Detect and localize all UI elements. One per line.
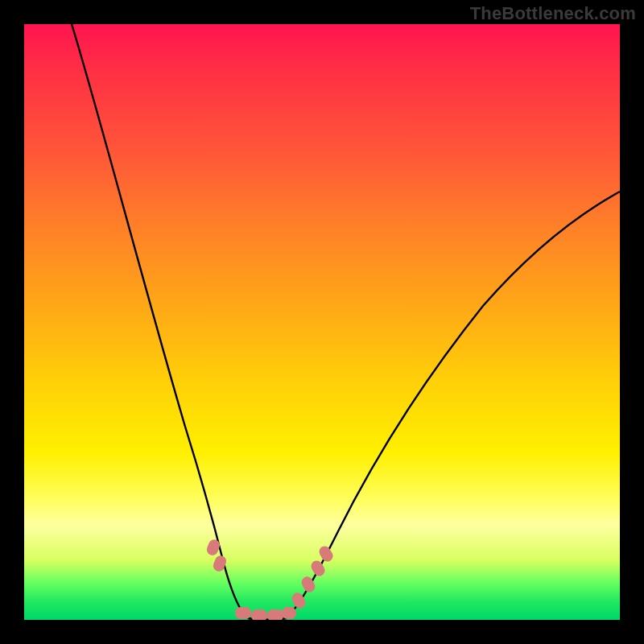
chart-frame: TheBottleneck.com <box>0 0 644 644</box>
svg-rect-9 <box>317 544 335 564</box>
plot-area <box>24 24 620 620</box>
svg-rect-3 <box>251 609 267 620</box>
svg-rect-4 <box>267 609 283 620</box>
watermark-text: TheBottleneck.com <box>470 3 636 24</box>
svg-rect-2 <box>235 607 251 619</box>
svg-rect-0 <box>205 538 221 557</box>
bottleneck-curve <box>24 24 620 620</box>
right-branch-path <box>287 192 620 618</box>
svg-rect-5 <box>282 607 296 619</box>
left-branch-path <box>72 24 248 618</box>
svg-rect-8 <box>309 559 327 578</box>
valley-marker-group <box>205 538 335 620</box>
